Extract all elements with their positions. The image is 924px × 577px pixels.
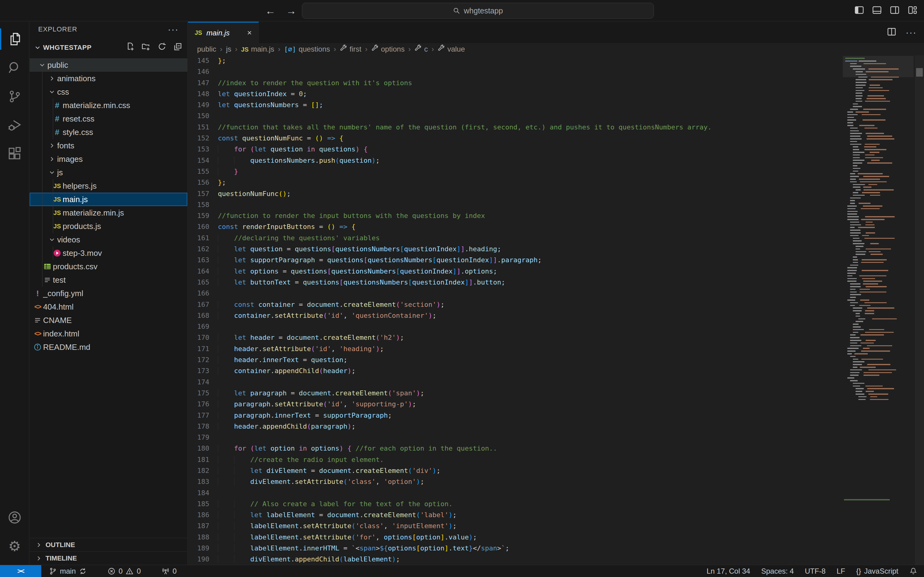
- tree-item-images[interactable]: images: [30, 152, 187, 166]
- code-line[interactable]: 164 let options = questions[questionsNum…: [188, 266, 915, 277]
- code-line[interactable]: 183 divElement.setAttribute('class', 'op…: [188, 476, 915, 487]
- breadcrumb-options[interactable]: options: [371, 45, 405, 54]
- editor-more-actions-icon[interactable]: ···: [906, 27, 917, 37]
- timeline-panel-header[interactable]: TIMELINE: [30, 551, 187, 565]
- code-line[interactable]: 188 labelElement.setAttribute('for', opt…: [188, 532, 915, 543]
- tree-item-helpers-js[interactable]: JShelpers.js: [30, 179, 187, 193]
- new-folder-icon[interactable]: [142, 42, 151, 53]
- bell-icon[interactable]: [909, 567, 917, 575]
- language-status[interactable]: {}JavaScript: [856, 567, 898, 575]
- remote-indicator[interactable]: ><: [0, 565, 41, 577]
- code-line[interactable]: 173 container.appendChild(header);: [188, 366, 915, 376]
- code-line[interactable]: 186 let labelElement = document.createEl…: [188, 509, 915, 521]
- cursor-position[interactable]: Ln 17, Col 34: [706, 567, 750, 575]
- code-line[interactable]: 151//function that takes all the numbers…: [188, 122, 915, 133]
- code-line[interactable]: 153 for (let question in questions) {: [188, 144, 915, 155]
- tree-item-css[interactable]: css: [30, 85, 187, 98]
- code-line[interactable]: 177 paragraph.innerText = supportParagra…: [188, 410, 915, 421]
- breadcrumb-first[interactable]: first: [340, 45, 362, 54]
- toggle-primary-sidebar-icon[interactable]: [855, 5, 864, 16]
- toggle-panel-icon[interactable]: [872, 5, 882, 16]
- tree-item-videos[interactable]: videos: [30, 233, 187, 247]
- code-area[interactable]: 145};146147//index to render the questio…: [188, 55, 915, 565]
- code-line[interactable]: 165 let buttonText = questions[questions…: [188, 277, 915, 288]
- code-line[interactable]: 187 labelElement.setAttribute('class', '…: [188, 521, 915, 532]
- code-line[interactable]: 146: [188, 66, 915, 77]
- tree-item-style-css[interactable]: #style.css: [30, 126, 187, 139]
- code-line[interactable]: 157questionNumFunc();: [188, 189, 915, 199]
- breadcrumb-questions[interactable]: [∅]questions: [284, 45, 330, 53]
- tree-item-materialize-min-css[interactable]: #materialize.min.css: [30, 98, 187, 112]
- code-line[interactable]: 160const renderInputButtons = () => {: [188, 221, 915, 232]
- code-line[interactable]: 152const questionNumFunc = () => {: [188, 133, 915, 144]
- code-line[interactable]: 168 container.setAttribute('id', 'questi…: [188, 310, 915, 321]
- code-line[interactable]: 172 header.innerText = question;: [188, 355, 915, 366]
- code-line[interactable]: 171 header.setAttribute('id', 'heading')…: [188, 343, 915, 355]
- code-line[interactable]: 145};: [188, 55, 915, 66]
- explorer-more-actions-icon[interactable]: ···: [168, 24, 179, 34]
- code-line[interactable]: 169: [188, 321, 915, 332]
- breadcrumb-js[interactable]: js: [226, 45, 231, 53]
- code-line[interactable]: 147//index to render the question with i…: [188, 77, 915, 89]
- problems-status[interactable]: 0 0: [108, 567, 141, 575]
- outline-panel-header[interactable]: OUTLINE: [30, 538, 187, 551]
- code-line[interactable]: 166: [188, 288, 915, 299]
- code-line[interactable]: 155 }: [188, 166, 915, 177]
- tree-item-js[interactable]: js: [30, 166, 187, 179]
- eol-status[interactable]: LF: [837, 567, 845, 575]
- code-line[interactable]: 156};: [188, 177, 915, 188]
- code-line[interactable]: 150: [188, 111, 915, 121]
- tree-item-public[interactable]: public: [30, 58, 187, 72]
- customize-layout-icon[interactable]: [908, 5, 917, 16]
- tree-item-fonts[interactable]: fonts: [30, 139, 187, 152]
- new-file-icon[interactable]: [126, 42, 135, 53]
- tab-close-icon[interactable]: ×: [247, 28, 252, 37]
- indentation-status[interactable]: Spaces: 4: [761, 567, 794, 575]
- code-line[interactable]: 159//function to render the input button…: [188, 210, 915, 221]
- code-line[interactable]: 149let questionsNumbers = [];: [188, 100, 915, 111]
- breadcrumb-main-js[interactable]: JSmain.js: [241, 45, 275, 53]
- workspace-section-header[interactable]: WHGTESTAPP: [30, 39, 187, 56]
- code-line[interactable]: 162 let question = questions[questionsNu…: [188, 243, 915, 255]
- breadcrumb-value[interactable]: value: [438, 45, 465, 54]
- source-control-icon[interactable]: [0, 82, 29, 111]
- code-line[interactable]: 182 let divElement = document.createElem…: [188, 465, 915, 476]
- code-line[interactable]: 175 let paragraph = document.createEleme…: [188, 388, 915, 399]
- code-line[interactable]: 181 //create the radio input element.: [188, 454, 915, 465]
- tree-item-step-3-mov[interactable]: step-3.mov: [30, 247, 187, 260]
- code-line[interactable]: 179: [188, 432, 915, 443]
- tree-item--config-yml[interactable]: !_config.yml: [30, 287, 187, 300]
- breadcrumb-public[interactable]: public: [197, 45, 216, 53]
- minimap[interactable]: [843, 56, 914, 532]
- tree-item-reset-css[interactable]: #reset.css: [30, 112, 187, 126]
- refresh-icon[interactable]: [157, 42, 166, 53]
- breadcrumb-c[interactable]: c: [414, 45, 428, 54]
- toggle-secondary-sidebar-icon[interactable]: [890, 5, 900, 16]
- run-debug-icon[interactable]: [0, 111, 29, 140]
- accounts-icon[interactable]: [0, 503, 29, 532]
- settings-gear-icon[interactable]: ⚙: [0, 532, 29, 561]
- nav-forward-icon[interactable]: →: [286, 5, 296, 17]
- code-line[interactable]: 185 // Also create a label for the text …: [188, 498, 915, 509]
- branch-status[interactable]: main: [49, 567, 87, 575]
- tree-item-cname[interactable]: CNAME: [30, 314, 187, 327]
- tree-item-main-js[interactable]: JSmain.js: [30, 193, 187, 206]
- tree-item-animations[interactable]: animations: [30, 72, 187, 85]
- tree-item-products-csv[interactable]: products.csv: [30, 260, 187, 273]
- nav-back-icon[interactable]: ←: [265, 5, 276, 17]
- tree-item-test[interactable]: test: [30, 273, 187, 287]
- tree-item-404-html[interactable]: <>404.html: [30, 300, 187, 314]
- code-line[interactable]: 170 let header = document.createElement(…: [188, 332, 915, 343]
- collapse-folders-icon[interactable]: [173, 42, 183, 53]
- tab-main-js[interactable]: JS main.js ×: [188, 22, 259, 43]
- encoding-status[interactable]: UTF-8: [805, 567, 825, 575]
- code-line[interactable]: 176 paragraph.setAttribute('id', 'suppor…: [188, 399, 915, 410]
- ports-status[interactable]: 0: [162, 567, 177, 575]
- code-line[interactable]: 148let questionIndex = 0;: [188, 89, 915, 100]
- sync-icon[interactable]: [79, 567, 87, 575]
- code-line[interactable]: 154 questionsNumbers.push(question);: [188, 155, 915, 166]
- code-line[interactable]: 178 header.appendChild(paragraph);: [188, 421, 915, 432]
- code-line[interactable]: 161 //declaring the questions' variables: [188, 233, 915, 243]
- code-line[interactable]: 190 divElement.appendChild(labelElement)…: [188, 554, 915, 565]
- command-center-search[interactable]: whgtestapp: [302, 3, 654, 19]
